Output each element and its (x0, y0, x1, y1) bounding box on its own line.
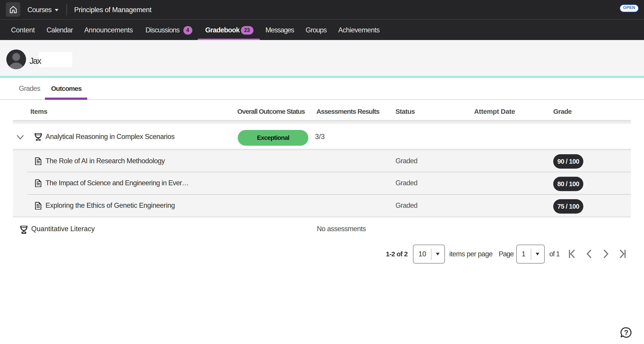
svg-text:?: ? (624, 329, 628, 336)
